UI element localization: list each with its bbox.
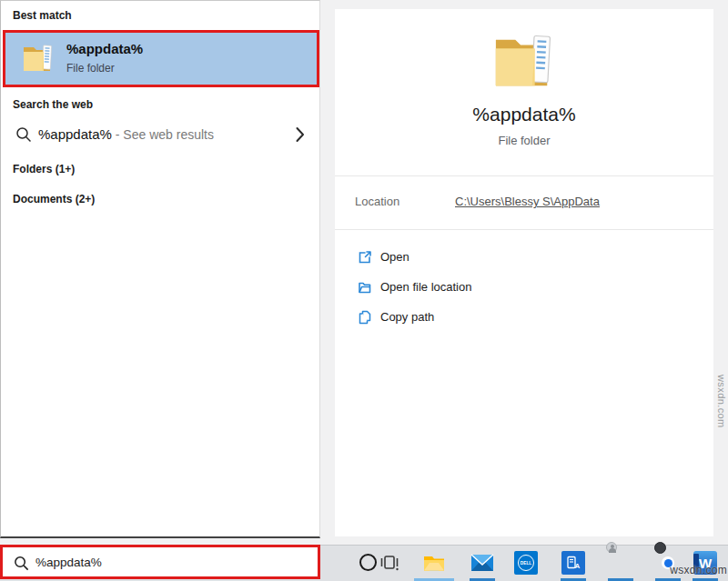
search-web-header: Search the web — [13, 98, 93, 111]
edge-profile-avatar — [606, 542, 617, 553]
location-label: Location — [355, 195, 399, 208]
action-label: Open — [380, 250, 410, 264]
web-query-text: %appdata% — [38, 126, 112, 142]
action-label: Copy path — [380, 310, 434, 324]
edge-icon[interactable] — [609, 551, 632, 575]
best-match-subtitle: File folder — [66, 62, 115, 75]
search-icon — [13, 555, 30, 576]
open-external-icon — [357, 249, 373, 269]
action-open-file-location[interactable]: Open file location — [335, 277, 713, 301]
taskbar-search-input[interactable]: %appdata% — [0, 545, 320, 579]
folders-group-header[interactable]: Folders (1+) — [13, 163, 75, 175]
preview-panel: %appdata% File folder Location C:\Users\… — [335, 9, 713, 536]
divider — [335, 229, 713, 230]
divider — [335, 175, 713, 176]
cortana-icon[interactable] — [359, 554, 377, 571]
dell-logo-text: DELL — [521, 561, 532, 566]
windows-search-flyout: Best match %appdata% File folder Se — [0, 0, 728, 581]
location-link[interactable]: C:\Users\Blessy S\AppData — [455, 195, 600, 208]
folder-icon — [21, 42, 56, 78]
action-open[interactable]: Open — [335, 247, 713, 271]
folder-large-icon — [490, 29, 559, 96]
action-label: Open file location — [380, 280, 471, 294]
web-search-result[interactable]: %appdata% - See web results — [1, 119, 321, 155]
web-suffix-text: - See web results — [112, 127, 214, 142]
task-view-icon[interactable] — [378, 551, 401, 575]
chevron-right-icon[interactable] — [296, 126, 305, 146]
chrome-profile-avatar — [654, 542, 666, 554]
best-match-result[interactable]: %appdata% File folder — [3, 30, 319, 87]
mail-icon[interactable] — [470, 551, 494, 575]
watermark-bottom: wsxdn.com — [670, 564, 727, 576]
best-match-header: Best match — [13, 9, 72, 22]
file-explorer-icon[interactable] — [422, 551, 446, 575]
preview-title: %appdata% — [335, 104, 713, 125]
documents-group-header[interactable]: Documents (2+) — [13, 193, 95, 205]
svg-text:A: A — [575, 562, 581, 570]
dell-icon[interactable]: DELL — [514, 551, 538, 575]
action-copy-path[interactable]: Copy path — [335, 307, 713, 331]
document-app-icon[interactable]: A — [561, 551, 585, 575]
preview-subtitle: File folder — [335, 134, 713, 147]
copy-icon — [357, 309, 373, 329]
search-input-value: %appdata% — [35, 556, 102, 569]
watermark-side: wsxdn.com — [716, 375, 727, 428]
search-icon — [15, 125, 33, 147]
folder-location-icon — [357, 279, 373, 299]
best-match-title: %appdata% — [66, 41, 143, 56]
search-results-panel: Best match %appdata% File folder Se — [0, 0, 320, 538]
